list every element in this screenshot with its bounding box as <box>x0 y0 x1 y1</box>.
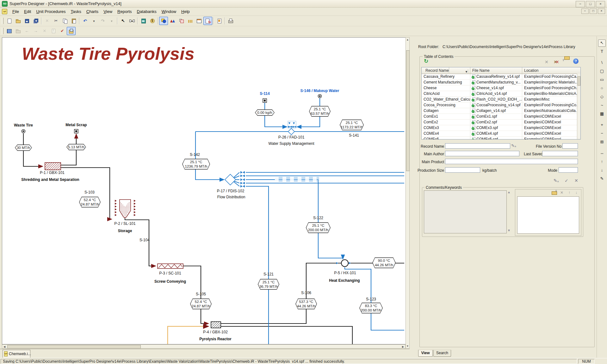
label-p2-name[interactable]: Storage <box>118 229 132 233</box>
keyword-new-icon[interactable] <box>552 191 557 195</box>
menu-edit[interactable]: Edit <box>22 8 34 15</box>
copy-button[interactable] <box>60 17 69 25</box>
redo-button[interactable] <box>98 17 107 25</box>
save-all-button[interactable] <box>31 17 40 25</box>
stream-tag-waste-tire[interactable]: 30 MT/h <box>15 145 32 151</box>
label-p5-id[interactable]: P-5 / HX-101 <box>334 271 356 275</box>
line-tool[interactable]: \ <box>598 59 606 66</box>
library-table[interactable]: Record Name▼ File Name Location Cassava_… <box>421 67 581 139</box>
help-icon[interactable]: ? <box>573 59 579 64</box>
paste-button[interactable] <box>69 17 78 25</box>
stream-tag-hx-out[interactable]: 90.0 °C44.26 MT/h <box>372 257 396 268</box>
equipment-data-button[interactable] <box>186 17 195 25</box>
child-restore-button[interactable]: □ <box>590 9 597 14</box>
check-out-record-button[interactable] <box>31 27 40 35</box>
label-p4-id[interactable]: P-4 / GBX-102 <box>203 330 228 334</box>
zoom-out-tool[interactable]: − <box>598 130 606 137</box>
table-row[interactable]: CO2_Water_Ethanol_Calcula...Flash_CO2_H2… <box>422 97 580 102</box>
equipment-fdis102[interactable] <box>225 174 236 185</box>
production-size-field[interactable] <box>445 167 480 173</box>
menu-window[interactable]: Window <box>159 8 179 15</box>
redo-options-button[interactable] <box>107 17 116 25</box>
equipment-gbx102[interactable] <box>211 322 221 328</box>
label-p26-name[interactable]: Water Supply Management <box>269 141 314 146</box>
file-version-field[interactable] <box>562 143 578 149</box>
pure-components-button[interactable] <box>168 17 177 25</box>
equipment-hx101[interactable] <box>341 260 348 267</box>
record-info-button[interactable] <box>49 27 58 35</box>
stream-tag-s121[interactable]: 25.1 °C36.79 MT/h <box>258 279 279 290</box>
text-tool[interactable]: T <box>598 48 606 55</box>
equipment-gbx101[interactable] <box>45 163 61 170</box>
new-flowsheet-button[interactable] <box>5 17 14 25</box>
toolbar-grip[interactable] <box>2 28 3 34</box>
picture-tool[interactable]: ▦ <box>598 110 606 118</box>
equipment-sl101[interactable] <box>115 200 136 219</box>
label-s104[interactable]: S-104 <box>139 238 150 242</box>
label-p26-id[interactable]: P-26 / FAD-101 <box>278 135 305 139</box>
stream-tag-s122[interactable]: 25.1 °C200.00 MT/h <box>306 222 331 233</box>
document-tab[interactable]: spf Chemweb.i... <box>3 350 30 358</box>
rounded-rectangle-tool[interactable]: ▢ <box>598 68 606 75</box>
keywords-list[interactable] <box>517 196 579 234</box>
toggle-process-library-panel-button[interactable] <box>67 27 76 35</box>
minimize-button[interactable]: − <box>576 1 585 7</box>
table-row[interactable]: Cocoa_ProcessingCocoaProcessing_v14.spfE… <box>422 102 580 108</box>
record-name-field[interactable] <box>445 143 510 149</box>
delete-record-icon[interactable]: ✕ <box>545 59 548 65</box>
rectangle-tool[interactable]: ▭ <box>598 76 606 83</box>
sort-icon[interactable]: ▼ <box>463 69 468 73</box>
table-row[interactable]: COMEx4COMEx4.spfExamples\COM\Excel <box>422 131 580 137</box>
table-row[interactable]: COMEx3COMEx3.spfExamples\COM\Excel <box>422 125 580 131</box>
stream-tag-s123[interactable]: 83.3 °C200.00 MT/h <box>359 303 383 313</box>
menu-file[interactable]: File <box>10 8 22 15</box>
check-in-record-button[interactable] <box>22 27 31 35</box>
curve-tool[interactable]: ~ <box>598 102 606 109</box>
rename-icon[interactable]: ✎a <box>511 143 516 148</box>
edit-record-icon[interactable]: ✎a <box>554 178 559 183</box>
pencil-tool[interactable]: ✎ <box>598 175 606 182</box>
label-metal-scrap[interactable]: Metal Scrap <box>65 123 87 127</box>
fit-to-window-tool[interactable]: ⊞ <box>598 139 606 146</box>
send-backward-tool[interactable]: ↓ <box>598 167 606 174</box>
label-p1-name[interactable]: Shredding and Metal Separation <box>21 177 79 182</box>
undo-options-button[interactable] <box>90 17 98 25</box>
label-s141[interactable]: S-141 <box>349 133 359 138</box>
validate-record-button[interactable] <box>58 27 67 35</box>
add-to-library-button[interactable] <box>14 27 22 35</box>
keyword-up-icon[interactable]: ↑ <box>568 190 570 195</box>
mass-energy-balances-button[interactable] <box>139 17 148 25</box>
comments-scroll-up-icon[interactable]: ▲ <box>507 190 511 194</box>
tab-search[interactable]: Search <box>433 350 451 357</box>
generate-report-button[interactable] <box>215 17 224 25</box>
stream-tag-s114[interactable]: 0.00 kg/h <box>255 109 275 116</box>
last-saved-field[interactable] <box>542 151 578 156</box>
undo-button[interactable] <box>81 17 90 25</box>
connect-mode-button[interactable] <box>127 17 136 25</box>
tab-view[interactable]: View <box>418 350 433 357</box>
label-p17-id[interactable]: P-17 / FDIS-102 <box>217 189 245 193</box>
menu-view[interactable]: View <box>101 8 115 15</box>
stream-tag-s105[interactable]: 52.4 °C24.87 MT/h <box>190 299 212 309</box>
source-s146-icon[interactable] <box>318 95 322 98</box>
label-s114[interactable]: S-114 <box>260 91 269 96</box>
canvas-vertical-scrollbar[interactable]: ▲▼ <box>406 37 410 349</box>
table-row[interactable]: Cassava_RefineryCassavaRefinery_v14.spfE… <box>422 74 580 80</box>
label-p4-name[interactable]: Pyrolysis Reactor <box>199 337 231 341</box>
table-row[interactable]: CheeseCheese_v14.spfExamples\Food Proces… <box>422 85 580 91</box>
pan-tool[interactable]: ↔ <box>598 150 606 157</box>
flowsheet-canvas[interactable]: Waste Tire Pyrolysis Waste Tire Metal Sc… <box>2 37 406 344</box>
keyword-delete-icon[interactable]: ✕ <box>560 190 563 195</box>
table-row[interactable]: CollagenCollagen_v14.spfExamples\Nutrace… <box>422 108 580 114</box>
label-p2-id[interactable]: P-2 / SL-101 <box>114 221 135 226</box>
table-scrollbar[interactable] <box>577 74 580 139</box>
cut-button[interactable] <box>52 17 60 25</box>
label-s142[interactable]: S-142 <box>190 152 200 157</box>
label-p3-name[interactable]: Screw Conveying <box>154 279 186 284</box>
label-s121[interactable]: S-121 <box>263 272 274 276</box>
source-s114-icon[interactable] <box>263 99 267 102</box>
bring-forward-tool[interactable]: ↑ <box>598 158 606 165</box>
stream-tag-s106[interactable]: 537.3 °C44.26 MT/h <box>295 299 317 309</box>
canvas-horizontal-scrollbar[interactable]: ◀▶ <box>2 344 406 349</box>
child-close-button[interactable]: × <box>598 9 605 14</box>
